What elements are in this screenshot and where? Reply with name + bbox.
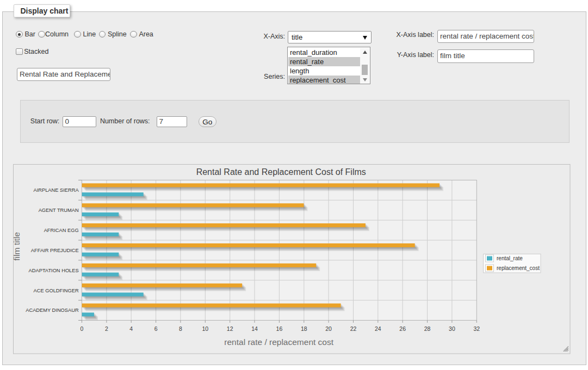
svg-text:replacement_cost: replacement_cost xyxy=(497,265,540,271)
svg-text:0: 0 xyxy=(81,325,84,332)
svg-text:AFFAIR PREJUDICE: AFFAIR PREJUDICE xyxy=(31,248,79,253)
svg-text:ACE GOLDFINGER: ACE GOLDFINGER xyxy=(34,288,79,293)
svg-text:32: 32 xyxy=(473,325,480,332)
svg-text:2: 2 xyxy=(105,325,108,332)
svg-text:AIRPLANE SIERRA: AIRPLANE SIERRA xyxy=(34,187,79,193)
svg-text:22: 22 xyxy=(350,325,357,332)
svg-text:14: 14 xyxy=(251,325,258,332)
svg-text:ADAPTATION HOLES: ADAPTATION HOLES xyxy=(29,268,79,273)
svg-text:rental rate / replacement cost: rental rate / replacement cost xyxy=(224,337,333,347)
svg-text:film title: film title xyxy=(13,232,21,261)
svg-text:20: 20 xyxy=(325,325,332,332)
svg-text:6: 6 xyxy=(154,325,158,332)
svg-text:8: 8 xyxy=(179,325,182,332)
svg-text:28: 28 xyxy=(424,325,431,332)
svg-text:AGENT TRUMAN: AGENT TRUMAN xyxy=(39,208,79,213)
svg-text:30: 30 xyxy=(449,325,455,332)
svg-text:16: 16 xyxy=(276,325,283,332)
svg-text:12: 12 xyxy=(227,325,233,332)
svg-text:rental_rate: rental_rate xyxy=(497,255,523,261)
svg-text:AFRICAN EGG: AFRICAN EGG xyxy=(44,228,79,233)
svg-text:ACADEMY DINOSAUR: ACADEMY DINOSAUR xyxy=(26,308,79,313)
svg-text:24: 24 xyxy=(375,325,381,332)
svg-text:4: 4 xyxy=(129,325,133,332)
svg-text:10: 10 xyxy=(202,325,208,332)
svg-text:26: 26 xyxy=(399,325,406,332)
svg-text:Rental Rate and Replacement Co: Rental Rate and Replacement Cost of Film… xyxy=(196,167,366,177)
svg-text:18: 18 xyxy=(301,325,307,332)
